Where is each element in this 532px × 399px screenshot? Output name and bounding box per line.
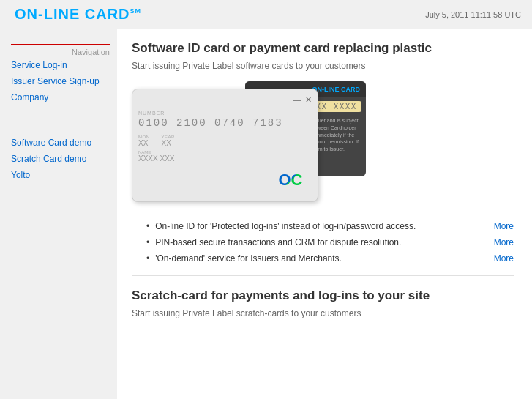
feature-item-2: 'On-demand' service for Issuers and Merc… — [146, 253, 514, 264]
section1-subtitle: Start issuing Private Label software car… — [132, 61, 514, 71]
card-number-label: NUMBER — [138, 111, 312, 116]
sidebar-item-yolto[interactable]: Yolto — [11, 169, 110, 181]
card-mon-col: MON XX — [138, 135, 150, 147]
section1-title: Software ID card or payment card replaci… — [132, 40, 514, 56]
sidebar: Navigation Service Log-in Issuer Service… — [0, 29, 117, 399]
sidebar-item-issuer-signup[interactable]: Issuer Service Sign-up — [11, 75, 110, 87]
card-minimize-btn[interactable]: — — [293, 95, 301, 105]
site-logo: ON-LINE CARDSM — [15, 6, 141, 23]
card-expiry-row: MON XX YEAR XX — [138, 135, 312, 147]
feature-item-1: PIN-based secure transactions and CRM fo… — [146, 237, 514, 247]
top-bar: ON-LINE CARDSM July 5, 2011 11:11:58 UTC — [0, 0, 532, 29]
card-name-row: NAME XXXX XXX — [138, 150, 312, 163]
sidebar-item-scratch-card-demo[interactable]: Scratch Card demo — [11, 153, 110, 165]
card-number: 0100 2100 0740 7183 — [138, 117, 312, 129]
card-close-btn[interactable]: ✕ — [305, 95, 312, 105]
card-window-bar: — ✕ — [138, 95, 312, 105]
sidebar-item-company[interactable]: Company — [11, 92, 110, 103]
feature-text-1: PIN-based secure transactions and CRM fo… — [155, 237, 484, 247]
nav-label: Navigation — [11, 44, 110, 56]
feature-list: On-line ID for 'Protected log-ins' inste… — [132, 221, 514, 264]
feature-more-2[interactable]: More — [494, 253, 514, 264]
sidebar-item-software-card-demo[interactable]: Software Card demo — [11, 137, 110, 149]
card-year-col: YEAR XX — [162, 135, 175, 147]
feature-text-2: 'On-demand' service for Issuers and Merc… — [155, 253, 484, 264]
datetime: July 5, 2011 11:11:58 UTC — [425, 10, 521, 19]
card-front: — ✕ NUMBER 0100 2100 0740 7183 MON XX YE… — [132, 89, 318, 202]
card-year-value: XX — [162, 139, 175, 147]
main-content: Software ID card or payment card replaci… — [117, 29, 532, 399]
card-back-brand: ON-LINE CARD — [312, 86, 361, 93]
section2-subtitle: Start issuing Private Label scratch-card… — [132, 308, 514, 318]
card-mon-value: XX — [138, 139, 150, 147]
oc-logo-text: OC — [279, 171, 303, 190]
page-wrapper: Navigation Service Log-in Issuer Service… — [0, 0, 532, 399]
layout: Navigation Service Log-in Issuer Service… — [0, 29, 532, 399]
feature-item-0: On-line ID for 'Protected log-ins' inste… — [146, 221, 514, 231]
card-mockup: — ✕ NUMBER 0100 2100 0740 7183 MON XX YE… — [132, 81, 366, 209]
section2-title: Scratch-card for payments and log-ins to… — [132, 288, 514, 304]
feature-more-1[interactable]: More — [494, 237, 514, 247]
feature-text-0: On-line ID for 'Protected log-ins' inste… — [155, 221, 484, 231]
feature-more-0[interactable]: More — [494, 221, 514, 231]
card-oc-logo: OC — [272, 168, 309, 193]
sidebar-item-service-login[interactable]: Service Log-in — [11, 59, 110, 71]
card-name-value: XXXX XXX — [138, 154, 312, 163]
content-divider — [132, 275, 514, 276]
